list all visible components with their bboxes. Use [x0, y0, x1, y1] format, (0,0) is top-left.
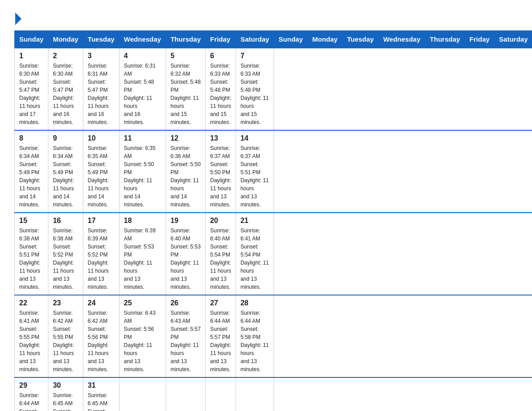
- day-info: Sunrise: 6:32 AM Sunset: 5:48 PM Dayligh…: [171, 62, 201, 126]
- day-info: Sunrise: 6:41 AM Sunset: 5:54 PM Dayligh…: [240, 227, 269, 291]
- day-number: 27: [210, 299, 231, 307]
- day-info: Sunrise: 6:40 AM Sunset: 5:53 PM Dayligh…: [171, 227, 201, 291]
- day-number: 23: [53, 299, 78, 307]
- calendar-cell: 27 Sunrise: 6:44 AM Sunset: 5:57 PM Dayl…: [206, 295, 236, 377]
- day-info: Sunrise: 6:34 AM Sunset: 5:49 PM Dayligh…: [53, 144, 78, 209]
- day-number: 30: [53, 381, 78, 390]
- calendar-cell: 23 Sunrise: 6:42 AM Sunset: 5:55 PM Dayl…: [48, 295, 83, 377]
- day-number: 3: [88, 52, 115, 60]
- day-number: 1: [19, 52, 43, 60]
- logo: [14, 11, 21, 23]
- day-info: Sunrise: 6:38 AM Sunset: 5:51 PM Dayligh…: [19, 227, 43, 291]
- day-info: Sunrise: 6:44 AM Sunset: 5:58 PM Dayligh…: [240, 309, 269, 373]
- header-thursday: Thursday: [166, 31, 206, 48]
- calendar-cell: 6 Sunrise: 6:33 AM Sunset: 5:48 PM Dayli…: [206, 48, 236, 130]
- day-info: Sunrise: 6:30 AM Sunset: 5:47 PM Dayligh…: [53, 62, 78, 126]
- day-number: 22: [19, 299, 43, 307]
- calendar-cell: 21 Sunrise: 6:41 AM Sunset: 5:54 PM Dayl…: [236, 213, 274, 295]
- day-info: Sunrise: 6:40 AM Sunset: 5:54 PM Dayligh…: [210, 227, 231, 291]
- day-number: 5: [171, 52, 201, 60]
- page-header: [14, 11, 518, 23]
- day-info: Sunrise: 6:43 AM Sunset: 5:57 PM Dayligh…: [171, 309, 201, 373]
- day-number: 26: [171, 299, 201, 307]
- day-info: Sunrise: 6:44 AM Sunset: 5:57 PM Dayligh…: [210, 309, 231, 373]
- calendar-cell: 13 Sunrise: 6:37 AM Sunset: 5:50 PM Dayl…: [206, 130, 236, 213]
- day-info: Sunrise: 6:43 AM Sunset: 5:56 PM Dayligh…: [124, 309, 161, 373]
- header-wednesday: Wednesday: [378, 31, 425, 48]
- header-friday: Friday: [206, 31, 236, 48]
- calendar-cell: 10 Sunrise: 6:35 AM Sunset: 5:49 PM Dayl…: [83, 130, 119, 213]
- day-info: Sunrise: 6:39 AM Sunset: 5:52 PM Dayligh…: [88, 227, 115, 291]
- day-number: 20: [210, 217, 231, 225]
- day-info: Sunrise: 6:45 AM Sunset: 5:59 PM Dayligh…: [88, 391, 115, 411]
- calendar-header-row: SundayMondayTuesdayWednesdayThursdayFrid…: [15, 31, 532, 48]
- calendar-cell: 19 Sunrise: 6:40 AM Sunset: 5:53 PM Dayl…: [166, 213, 206, 295]
- calendar-cell: [119, 377, 166, 411]
- calendar-cell: 20 Sunrise: 6:40 AM Sunset: 5:54 PM Dayl…: [206, 213, 236, 295]
- calendar-cell: 12 Sunrise: 6:36 AM Sunset: 5:50 PM Dayl…: [166, 130, 206, 213]
- header-tuesday: Tuesday: [83, 31, 119, 48]
- day-info: Sunrise: 6:31 AM Sunset: 5:48 PM Dayligh…: [124, 62, 161, 126]
- day-number: 16: [53, 217, 78, 225]
- logo-arrow-icon: [15, 13, 21, 25]
- calendar-cell: [236, 377, 274, 411]
- day-info: Sunrise: 6:38 AM Sunset: 5:52 PM Dayligh…: [53, 227, 78, 291]
- calendar-cell: 25 Sunrise: 6:43 AM Sunset: 5:56 PM Dayl…: [119, 295, 166, 377]
- calendar-cell: 2 Sunrise: 6:30 AM Sunset: 5:47 PM Dayli…: [48, 48, 83, 130]
- day-number: 15: [19, 217, 43, 225]
- calendar-cell: 1 Sunrise: 6:30 AM Sunset: 5:47 PM Dayli…: [15, 48, 48, 130]
- calendar-week-1: 1 Sunrise: 6:30 AM Sunset: 5:47 PM Dayli…: [15, 48, 532, 130]
- day-number: 8: [19, 134, 43, 142]
- day-number: 18: [124, 217, 161, 225]
- day-info: Sunrise: 6:44 AM Sunset: 5:58 PM Dayligh…: [19, 391, 43, 411]
- day-number: 17: [88, 217, 115, 225]
- calendar-cell: 29 Sunrise: 6:44 AM Sunset: 5:58 PM Dayl…: [15, 377, 48, 411]
- calendar-cell: 26 Sunrise: 6:43 AM Sunset: 5:57 PM Dayl…: [166, 295, 206, 377]
- header-tuesday: Tuesday: [342, 31, 378, 48]
- day-info: Sunrise: 6:36 AM Sunset: 5:50 PM Dayligh…: [171, 144, 201, 209]
- day-number: 24: [88, 299, 115, 307]
- header-friday: Friday: [465, 31, 494, 48]
- calendar-cell: 3 Sunrise: 6:31 AM Sunset: 5:47 PM Dayli…: [83, 48, 119, 130]
- calendar-cell: 9 Sunrise: 6:34 AM Sunset: 5:49 PM Dayli…: [48, 130, 83, 213]
- calendar-week-5: 29 Sunrise: 6:44 AM Sunset: 5:58 PM Dayl…: [15, 377, 532, 411]
- day-number: 4: [124, 52, 161, 60]
- calendar-cell: 30 Sunrise: 6:45 AM Sunset: 5:59 PM Dayl…: [48, 377, 83, 411]
- calendar-cell: 17 Sunrise: 6:39 AM Sunset: 5:52 PM Dayl…: [83, 213, 119, 295]
- calendar-cell: 7 Sunrise: 6:33 AM Sunset: 5:48 PM Dayli…: [236, 48, 274, 130]
- calendar-cell: 28 Sunrise: 6:44 AM Sunset: 5:58 PM Dayl…: [236, 295, 274, 377]
- day-number: 19: [171, 217, 201, 225]
- day-info: Sunrise: 6:31 AM Sunset: 5:47 PM Dayligh…: [88, 62, 115, 126]
- header-saturday: Saturday: [494, 31, 532, 48]
- header-sunday: Sunday: [15, 31, 48, 48]
- calendar-cell: 5 Sunrise: 6:32 AM Sunset: 5:48 PM Dayli…: [166, 48, 206, 130]
- day-number: 13: [210, 134, 231, 142]
- day-info: Sunrise: 6:30 AM Sunset: 5:47 PM Dayligh…: [19, 62, 43, 126]
- day-number: 25: [124, 299, 161, 307]
- calendar-week-4: 22 Sunrise: 6:41 AM Sunset: 5:55 PM Dayl…: [15, 295, 532, 377]
- day-info: Sunrise: 6:42 AM Sunset: 5:56 PM Dayligh…: [88, 309, 115, 373]
- day-number: 11: [124, 134, 161, 142]
- calendar-cell: [206, 377, 236, 411]
- day-info: Sunrise: 6:41 AM Sunset: 5:55 PM Dayligh…: [19, 309, 43, 373]
- day-info: Sunrise: 6:34 AM Sunset: 5:49 PM Dayligh…: [19, 144, 43, 209]
- day-info: Sunrise: 6:33 AM Sunset: 5:48 PM Dayligh…: [210, 62, 231, 126]
- calendar-cell: 22 Sunrise: 6:41 AM Sunset: 5:55 PM Dayl…: [15, 295, 48, 377]
- day-info: Sunrise: 6:33 AM Sunset: 5:48 PM Dayligh…: [240, 62, 269, 126]
- day-info: Sunrise: 6:39 AM Sunset: 5:53 PM Dayligh…: [124, 227, 161, 291]
- day-info: Sunrise: 6:37 AM Sunset: 5:50 PM Dayligh…: [210, 144, 231, 209]
- day-number: 31: [88, 381, 115, 390]
- header-sunday: Sunday: [274, 31, 308, 48]
- calendar-week-2: 8 Sunrise: 6:34 AM Sunset: 5:49 PM Dayli…: [15, 130, 532, 213]
- day-number: 9: [53, 134, 78, 142]
- header-wednesday: Wednesday: [119, 31, 166, 48]
- calendar-table: SundayMondayTuesdayWednesdayThursdayFrid…: [14, 30, 532, 411]
- day-info: Sunrise: 6:45 AM Sunset: 5:59 PM Dayligh…: [53, 391, 78, 411]
- calendar-cell: 24 Sunrise: 6:42 AM Sunset: 5:56 PM Dayl…: [83, 295, 119, 377]
- calendar-cell: 16 Sunrise: 6:38 AM Sunset: 5:52 PM Dayl…: [48, 213, 83, 295]
- header-saturday: Saturday: [236, 31, 274, 48]
- header-monday: Monday: [308, 31, 343, 48]
- calendar-cell: 11 Sunrise: 6:35 AM Sunset: 5:50 PM Dayl…: [119, 130, 166, 213]
- calendar-cell: 15 Sunrise: 6:38 AM Sunset: 5:51 PM Dayl…: [15, 213, 48, 295]
- day-number: 12: [171, 134, 201, 142]
